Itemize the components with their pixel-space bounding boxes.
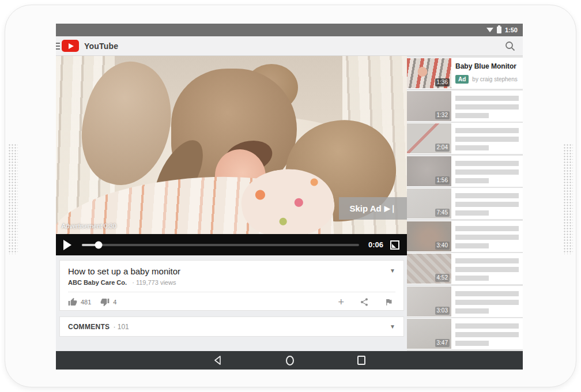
play-button[interactable] bbox=[63, 240, 71, 250]
placeholder-bar bbox=[455, 145, 489, 150]
channel-name[interactable]: ABC Baby Care Co. bbox=[68, 279, 127, 286]
add-to-playlist-icon[interactable]: + bbox=[338, 297, 344, 307]
placeholder-bar bbox=[455, 210, 489, 216]
duration-badge: 1:32 bbox=[435, 111, 450, 119]
watch-content: How to set up a baby monitor ▼ ABC Baby … bbox=[56, 255, 407, 351]
progress-thumb[interactable] bbox=[95, 241, 102, 248]
duration-badge: 1:56 bbox=[435, 176, 450, 184]
placeholder-bar bbox=[455, 267, 519, 272]
video-meta bbox=[455, 123, 519, 154]
suggested-video-item[interactable]: 3:40 bbox=[407, 221, 523, 252]
android-nav-bar bbox=[56, 351, 523, 370]
placeholder-bar bbox=[455, 104, 519, 110]
share-icon[interactable] bbox=[360, 297, 369, 307]
comments-card[interactable]: COMMENTS · 101 ▼ bbox=[59, 316, 404, 337]
video-meta bbox=[455, 221, 519, 252]
elapsed-time: 0:06 bbox=[368, 240, 383, 249]
placeholder-bar bbox=[455, 161, 519, 166]
duration-badge: 3:47 bbox=[435, 339, 450, 347]
suggested-video-title: Baby Blue Monitor bbox=[455, 62, 519, 70]
video-title: How to set up a baby monitor bbox=[68, 266, 180, 276]
video-thumbnail[interactable]: 1:32 bbox=[407, 91, 451, 121]
video-thumbnail[interactable]: 4:52 bbox=[407, 254, 451, 284]
home-button[interactable] bbox=[286, 356, 294, 365]
suggested-video-item[interactable]: 7:45 bbox=[407, 188, 523, 219]
suggestions-sidebar: 1:36 Baby Blue Monitor Ad by craig steph… bbox=[407, 56, 523, 351]
back-button[interactable] bbox=[213, 355, 222, 365]
duration-badge: 3:03 bbox=[435, 307, 450, 315]
status-time: 1:50 bbox=[505, 27, 518, 33]
left-speaker-grille-icon bbox=[8, 144, 18, 254]
video-info-card: How to set up a baby monitor ▼ ABC Baby … bbox=[59, 260, 404, 311]
duration-badge: 3:40 bbox=[435, 242, 450, 250]
main-area: Skip Ad ▶❘ Advertisement 0:30 0:06 bbox=[56, 56, 523, 351]
video-meta bbox=[455, 318, 519, 349]
page-background: 1:50 YouTube bbox=[0, 0, 581, 392]
video-thumbnail[interactable]: 3:40 bbox=[407, 221, 451, 251]
tablet-screen: 1:50 YouTube bbox=[56, 24, 523, 370]
suggested-video-item[interactable]: 3:03 bbox=[407, 286, 523, 317]
video-player[interactable]: Skip Ad ▶❘ Advertisement 0:30 bbox=[56, 56, 407, 234]
app-title: YouTube bbox=[84, 42, 118, 51]
placeholder-bar bbox=[455, 202, 519, 207]
thumbs-down-icon[interactable] bbox=[100, 297, 110, 307]
skip-ad-icon: ▶❘ bbox=[384, 204, 397, 213]
youtube-logo-icon[interactable] bbox=[62, 40, 79, 52]
right-speaker-grille-icon bbox=[563, 144, 573, 254]
placeholder-bar bbox=[455, 169, 519, 175]
suggested-video-item[interactable]: 2:04 bbox=[407, 123, 523, 154]
duration-badge: 2:04 bbox=[435, 144, 450, 152]
duration-badge: 7:45 bbox=[435, 209, 450, 217]
placeholder-bar bbox=[455, 235, 519, 240]
video-meta bbox=[455, 253, 519, 284]
chevron-down-icon[interactable]: ▼ bbox=[390, 266, 395, 275]
suggested-video-item[interactable]: 3:47 bbox=[407, 318, 523, 349]
placeholder-bar bbox=[455, 128, 519, 133]
placeholder-bar bbox=[455, 332, 519, 337]
placeholder-bar bbox=[455, 113, 489, 118]
suggested-video-item[interactable]: 1:32 bbox=[407, 91, 523, 122]
placeholder-bar bbox=[455, 137, 519, 142]
like-count: 481 bbox=[81, 299, 91, 306]
skip-ad-label: Skip Ad bbox=[349, 203, 381, 213]
recents-button[interactable] bbox=[357, 356, 365, 365]
flag-report-icon[interactable] bbox=[384, 297, 393, 307]
player-controls: 0:06 bbox=[56, 234, 407, 255]
placeholder-bar bbox=[455, 193, 519, 198]
suggested-video-item[interactable]: 1:56 bbox=[407, 156, 523, 187]
placeholder-bar bbox=[455, 308, 489, 314]
progress-bar[interactable] bbox=[82, 244, 359, 246]
suggested-video-item[interactable]: 4:52 bbox=[407, 253, 523, 284]
view-count: · 119,773 views bbox=[132, 279, 176, 286]
video-thumbnail[interactable]: 1:36 bbox=[407, 58, 451, 88]
video-meta bbox=[455, 91, 519, 122]
thumbs-up-icon[interactable] bbox=[68, 297, 77, 307]
duration-badge: 1:36 bbox=[435, 78, 450, 86]
placeholder-bar bbox=[455, 291, 519, 296]
comments-label: COMMENTS bbox=[68, 323, 110, 331]
placeholder-bar bbox=[455, 96, 519, 101]
video-thumbnail[interactable]: 7:45 bbox=[407, 189, 451, 218]
video-thumbnail[interactable]: 3:03 bbox=[407, 287, 451, 316]
menu-icon[interactable] bbox=[56, 43, 60, 50]
watch-column: Skip Ad ▶❘ Advertisement 0:30 0:06 bbox=[56, 56, 407, 351]
placeholder-bar bbox=[455, 276, 489, 281]
chevron-down-icon[interactable]: ▼ bbox=[390, 322, 395, 331]
advertisement-label: Advertisement 0:30 bbox=[62, 223, 116, 229]
suggested-ad-item[interactable]: 1:36 Baby Blue Monitor Ad by craig steph… bbox=[407, 58, 523, 89]
skip-ad-button[interactable]: Skip Ad ▶❘ bbox=[339, 197, 407, 220]
advertiser-byline: by craig stephens bbox=[472, 76, 517, 82]
placeholder-bar bbox=[455, 258, 519, 263]
fullscreen-icon[interactable] bbox=[390, 240, 399, 250]
app-header: YouTube bbox=[56, 36, 523, 56]
video-meta bbox=[455, 188, 519, 219]
video-thumbnail[interactable]: 1:56 bbox=[407, 156, 451, 186]
placeholder-bar bbox=[455, 341, 489, 346]
video-thumbnail[interactable]: 2:04 bbox=[407, 123, 451, 153]
search-icon[interactable] bbox=[504, 40, 516, 52]
tablet-device-frame: 1:50 YouTube bbox=[5, 5, 576, 387]
placeholder-bar bbox=[455, 300, 519, 305]
video-thumbnail[interactable]: 3:47 bbox=[407, 319, 451, 349]
play-glyph-icon bbox=[69, 43, 74, 49]
wifi-icon bbox=[486, 28, 493, 32]
